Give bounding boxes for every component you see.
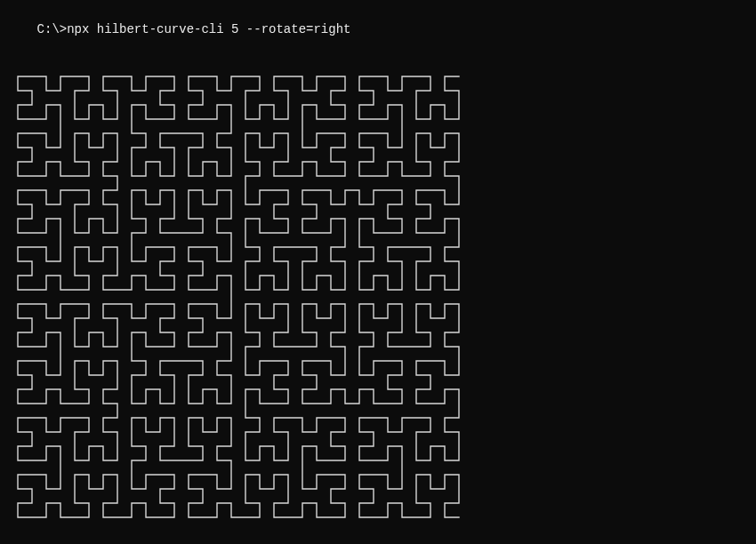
hilbert-curve-output (7, 66, 749, 528)
terminal[interactable]: C:\>npx hilbert-curve-cli 5 --rotate=rig… (0, 0, 756, 544)
hilbert-path (18, 76, 459, 517)
command-line-1: C:\>npx hilbert-curve-cli 5 --rotate=rig… (7, 5, 749, 53)
hilbert-curve (7, 66, 470, 528)
prompt-prefix: C:\> (37, 22, 68, 36)
command-text: npx hilbert-curve-cli 5 --rotate=right (67, 22, 350, 36)
command-line-2: C:\> (7, 540, 749, 544)
